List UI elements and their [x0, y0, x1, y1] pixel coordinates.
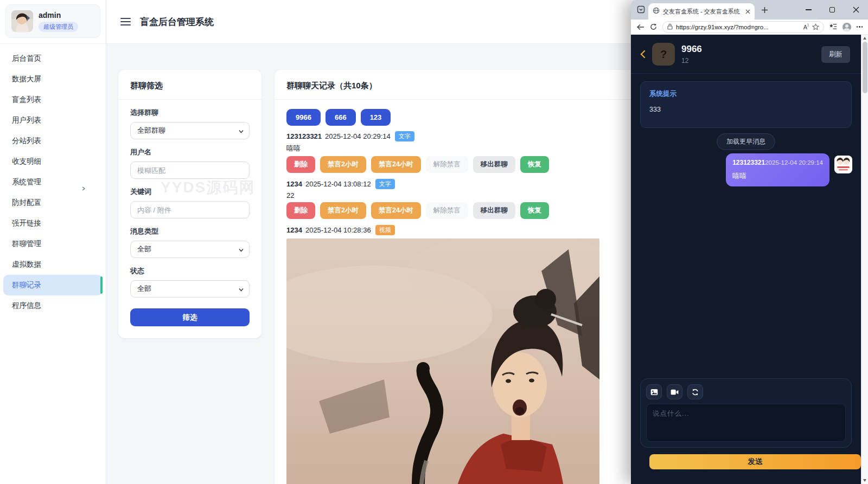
sidebar-item-user-list[interactable]: 用户列表 — [3, 110, 103, 131]
video-upload-icon[interactable] — [667, 384, 682, 399]
group-member-count: 12 — [681, 57, 702, 64]
window-controls — [796, 0, 868, 20]
divider — [118, 99, 261, 100]
sidebar-item-site-list[interactable]: 分站列表 — [3, 131, 103, 151]
new-tab-icon[interactable] — [761, 6, 768, 16]
notice-body: 333 — [649, 106, 843, 113]
group-select-label: 选择群聊 — [130, 108, 250, 118]
group-tab-666[interactable]: 666 — [326, 109, 356, 126]
mute-2h-button[interactable]: 禁言2小时 — [320, 202, 366, 219]
favorite-star-icon[interactable] — [812, 23, 819, 30]
sidebar-item-dashboard[interactable]: 后台首页 — [3, 48, 103, 69]
composer: 发送 — [631, 378, 861, 484]
browser-window: 交友盲盒系统 - 交友盲盒系统 https://grzy.91wx.xyz/?m… — [631, 0, 868, 484]
group-info: 9966 12 — [681, 44, 702, 64]
collections-icon[interactable] — [829, 23, 837, 30]
send-button[interactable]: 发送 — [649, 454, 861, 469]
chevron-down-icon — [238, 128, 244, 136]
record-user: 123123321 — [286, 132, 322, 140]
unmute-button[interactable]: 解除禁言 — [426, 202, 468, 219]
divider — [0, 43, 106, 44]
group-avatar: ? — [652, 43, 675, 66]
delete-button[interactable]: 删除 — [286, 202, 315, 219]
tab-title: 交友盲盒系统 - 交友盲盒系统 — [663, 8, 742, 16]
more-menu-icon[interactable] — [857, 26, 863, 28]
sidebar-item-system[interactable]: 系统管理 — [3, 172, 103, 192]
load-earlier-button[interactable]: 加载更早消息 — [717, 133, 775, 150]
tab-close-icon[interactable] — [745, 9, 750, 14]
chevron-right-icon — [81, 186, 86, 191]
filter-submit-button[interactable]: 筛选 — [130, 308, 250, 326]
image-upload-icon[interactable] — [646, 384, 662, 399]
sidebar-item-program-info[interactable]: 程序信息 — [3, 295, 103, 316]
chat-message-input[interactable] — [646, 404, 846, 442]
maximize-button[interactable] — [820, 0, 844, 20]
refresh-icon[interactable] — [650, 23, 657, 30]
mute-2h-button[interactable]: 禁言2小时 — [320, 156, 366, 173]
profile-card: admin 超级管理员 — [5, 4, 100, 38]
type-tag-video: 视频 — [375, 225, 395, 235]
minimize-button[interactable] — [796, 0, 820, 20]
keyword-input[interactable] — [137, 206, 242, 214]
sidebar-item-box-list[interactable]: 盲盒列表 — [3, 89, 103, 110]
browser-tab[interactable]: 交友盲盒系统 - 交友盲盒系统 — [648, 3, 755, 20]
sidebar: admin 超级管理员 后台首页 数据大屏 盲盒列表 用户列表 分站列表 收支明… — [0, 0, 106, 484]
scrollbar[interactable] — [861, 35, 868, 484]
message-bubble: 1231233212025-12-04 20:29:14 嘻嘻 — [726, 153, 829, 186]
notice-title: 系统提示 — [649, 89, 843, 99]
restore-button[interactable]: 恢复 — [520, 156, 549, 173]
system-notice: 系统提示 333 — [640, 81, 852, 128]
back-icon[interactable] — [636, 24, 644, 30]
kick-button[interactable]: 移出群聊 — [473, 156, 515, 173]
lock-icon — [667, 22, 673, 32]
group-tab-9966[interactable]: 9966 — [286, 109, 321, 126]
profile-icon[interactable] — [843, 23, 851, 31]
scrollbar-thumb[interactable] — [863, 42, 867, 93]
active-indicator — [100, 276, 103, 294]
menu-toggle-icon[interactable] — [120, 18, 131, 25]
address-bar[interactable]: https://grzy.91wx.xyz/?mod=gro... A) — [662, 21, 824, 33]
restore-button[interactable]: 恢复 — [520, 202, 549, 219]
sidebar-menu: 后台首页 数据大屏 盲盒列表 用户列表 分站列表 收支明细 系统管理 防封配置 … — [0, 46, 106, 318]
back-chevron-icon[interactable] — [640, 50, 646, 59]
sidebar-item-finance[interactable]: 收支明细 — [3, 151, 103, 172]
type-tag-text: 文字 — [395, 131, 414, 141]
scroll-down-arrow[interactable] — [863, 479, 866, 482]
keyword-field-wrap — [130, 201, 250, 218]
msg-type-select[interactable]: 全部 — [130, 241, 250, 258]
group-select[interactable]: 全部群聊 — [130, 122, 250, 139]
mute-24h-button[interactable]: 禁言24小时 — [371, 202, 421, 219]
chat-refresh-button[interactable]: 刷新 — [821, 46, 850, 63]
video-player[interactable] — [286, 238, 599, 484]
composer-card — [640, 378, 852, 448]
sync-icon[interactable] — [687, 384, 703, 399]
username-input[interactable] — [137, 166, 242, 175]
messages-empty-space — [631, 186, 861, 378]
close-button[interactable] — [844, 0, 868, 20]
sidebar-item-anti-block[interactable]: 防封配置 — [3, 192, 103, 213]
sidebar-item-virtual-data[interactable]: 虚拟数据 — [3, 254, 103, 275]
sidebar-item-group-manage[interactable]: 群聊管理 — [3, 234, 103, 254]
chat-header: ? 9966 12 刷新 — [631, 35, 861, 74]
scroll-up-arrow[interactable] — [863, 37, 866, 40]
keyword-label: 关键词 — [130, 187, 250, 197]
browser-toolbar: https://grzy.91wx.xyz/?mod=gro... A) — [631, 20, 868, 35]
group-name: 9966 — [681, 44, 702, 55]
sidebar-item-data-screen[interactable]: 数据大屏 — [3, 69, 103, 89]
message-avatar — [834, 156, 852, 173]
kick-button[interactable]: 移出群聊 — [473, 202, 515, 219]
sidebar-item-force-link[interactable]: 强开链接 — [3, 213, 103, 234]
profile-name: admin — [39, 11, 78, 20]
chevron-down-icon — [238, 286, 244, 294]
tab-actions-icon[interactable] — [637, 5, 645, 16]
mute-24h-button[interactable]: 禁言24小时 — [371, 156, 421, 173]
delete-button[interactable]: 删除 — [286, 156, 315, 173]
read-aloud-icon[interactable]: A) — [803, 24, 809, 30]
sidebar-item-group-records[interactable]: 群聊记录 — [3, 275, 103, 295]
status-select[interactable]: 全部 — [130, 280, 250, 298]
page-title: 盲盒后台管理系统 — [140, 16, 214, 28]
url-text: https://grzy.91wx.xyz/?mod=gro... — [676, 24, 800, 30]
unmute-button[interactable]: 解除禁言 — [426, 156, 468, 173]
profile-info: admin 超级管理员 — [39, 11, 78, 32]
group-tab-123[interactable]: 123 — [361, 109, 391, 126]
